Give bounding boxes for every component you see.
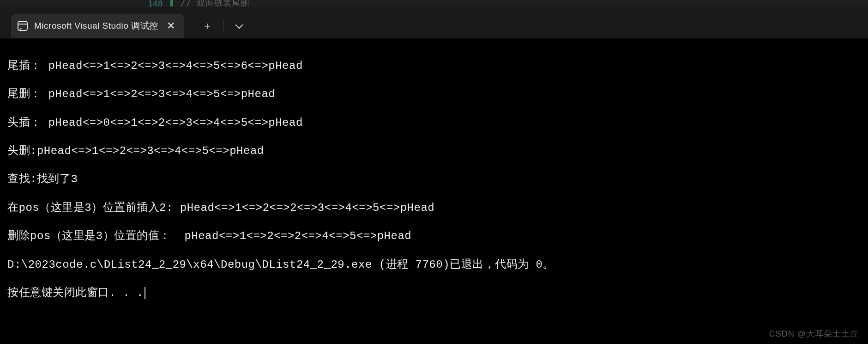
text-cursor: [145, 287, 145, 299]
console-output[interactable]: 尾插： pHead<=>1<=>2<=>3<=>4<=>5<=>6<=>pHea…: [0, 38, 868, 344]
console-line: 查找:找到了3: [7, 172, 861, 187]
console-line: 尾删： pHead<=>1<=>2<=>3<=>4<=>5<=>pHead: [7, 87, 861, 102]
line-number: 148: [148, 0, 163, 6]
tab-title: Microsoft Visual Studio 调试控: [34, 20, 158, 32]
terminal-tab-bar: Microsoft Visual Studio 调试控 ✕ ＋: [0, 6, 868, 38]
code-comment: // 双向链表尾删: [181, 0, 250, 6]
console-line: D:\2023code.c\DList24_2_29\x64\Debug\DLi…: [7, 258, 861, 272]
editor-background-strip: 148 // 双向链表尾删: [0, 0, 868, 6]
console-line: 头插： pHead<=>0<=>1<=>2<=>3<=>4<=>5<=>pHea…: [7, 116, 861, 130]
divider: [223, 20, 223, 32]
terminal-icon: [18, 21, 28, 31]
console-line: 删除pos（这里是3）位置的值： pHead<=>1<=>2<=>2<=>4<=…: [7, 229, 861, 244]
new-tab-button[interactable]: ＋: [197, 16, 217, 36]
tab-bar-actions: ＋: [184, 14, 249, 38]
active-terminal-tab[interactable]: Microsoft Visual Studio 调试控 ✕: [11, 14, 184, 38]
watermark-text: CSDN @大耳朵土土垚: [769, 328, 859, 339]
console-line: 在pos（这里是3）位置前插入2: pHead<=>1<=>2<=>2<=>3<…: [7, 201, 861, 215]
close-tab-button[interactable]: ✕: [165, 20, 177, 32]
console-line: 尾插： pHead<=>1<=>2<=>3<=>4<=>5<=>6<=>pHea…: [7, 59, 861, 74]
gutter-change-bar: [170, 0, 173, 6]
console-prompt-line: 按任意键关闭此窗口. . .: [7, 286, 861, 301]
console-line: 头删:pHead<=>1<=>2<=>3<=>4<=>5<=>pHead: [7, 144, 861, 159]
chevron-down-icon: [236, 23, 242, 29]
tab-dropdown-button[interactable]: [229, 16, 249, 36]
prompt-text: 按任意键关闭此窗口. . .: [7, 287, 144, 299]
